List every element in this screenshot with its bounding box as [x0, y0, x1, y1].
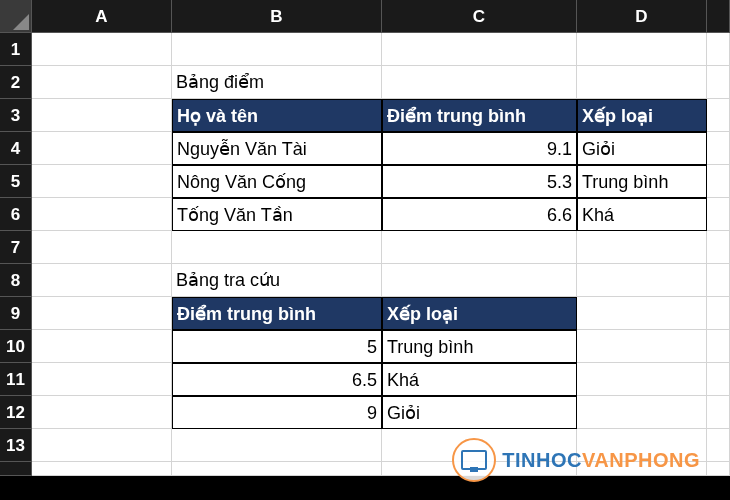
cell-D14[interactable] [577, 462, 707, 476]
row-header-5[interactable]: 5 [0, 165, 32, 198]
cell-E7[interactable] [707, 231, 730, 264]
row-header-2[interactable]: 2 [0, 66, 32, 99]
row-header-9[interactable]: 9 [0, 297, 32, 330]
cell-E14[interactable] [707, 462, 730, 476]
cell-A3[interactable] [32, 99, 172, 132]
row-header-1[interactable]: 1 [0, 33, 32, 66]
cell-A9[interactable] [32, 297, 172, 330]
cell-B12[interactable]: 9 [172, 396, 382, 429]
cell-E13[interactable] [707, 429, 730, 462]
row-header-3[interactable]: 3 [0, 99, 32, 132]
row-header-6[interactable]: 6 [0, 198, 32, 231]
row-header-7[interactable]: 7 [0, 231, 32, 264]
cell-D8[interactable] [577, 264, 707, 297]
spreadsheet-grid[interactable]: A B C D 1 2 Bảng điểm 3 Họ và tên Điểm t… [0, 0, 730, 495]
cell-A6[interactable] [32, 198, 172, 231]
col-header-E[interactable] [707, 0, 730, 33]
row-header-10[interactable]: 10 [0, 330, 32, 363]
row-header-13[interactable]: 13 [0, 429, 32, 462]
cell-E9[interactable] [707, 297, 730, 330]
cell-B11[interactable]: 6.5 [172, 363, 382, 396]
col-header-C[interactable]: C [382, 0, 577, 33]
cell-A7[interactable] [32, 231, 172, 264]
cell-C7[interactable] [382, 231, 577, 264]
cell-A14[interactable] [32, 462, 172, 476]
col-header-D[interactable]: D [577, 0, 707, 33]
cell-A5[interactable] [32, 165, 172, 198]
cell-D3[interactable]: Xếp loại [577, 99, 707, 132]
cell-B9[interactable]: Điểm trung bình [172, 297, 382, 330]
cell-E6[interactable] [707, 198, 730, 231]
cell-A2[interactable] [32, 66, 172, 99]
select-all-corner[interactable] [0, 0, 32, 33]
cell-C2[interactable] [382, 66, 577, 99]
row-header-4[interactable]: 4 [0, 132, 32, 165]
cell-B14[interactable] [172, 462, 382, 476]
cell-A8[interactable] [32, 264, 172, 297]
row-header-11[interactable]: 11 [0, 363, 32, 396]
cell-D5[interactable]: Trung bình [577, 165, 707, 198]
cell-A10[interactable] [32, 330, 172, 363]
col-header-A[interactable]: A [32, 0, 172, 33]
cell-E5[interactable] [707, 165, 730, 198]
cell-E10[interactable] [707, 330, 730, 363]
cell-E12[interactable] [707, 396, 730, 429]
cell-E3[interactable] [707, 99, 730, 132]
cell-B8[interactable]: Bảng tra cứu [172, 264, 382, 297]
cell-D6[interactable]: Khá [577, 198, 707, 231]
cell-E1[interactable] [707, 33, 730, 66]
row-header-8[interactable]: 8 [0, 264, 32, 297]
cell-D9[interactable] [577, 297, 707, 330]
cell-D2[interactable] [577, 66, 707, 99]
cell-B1[interactable] [172, 33, 382, 66]
cell-C13[interactable] [382, 429, 577, 462]
cell-B6[interactable]: Tống Văn Tần [172, 198, 382, 231]
cell-D11[interactable] [577, 363, 707, 396]
cell-B3[interactable]: Họ và tên [172, 99, 382, 132]
cell-B2[interactable]: Bảng điểm [172, 66, 382, 99]
cell-C1[interactable] [382, 33, 577, 66]
cell-C9[interactable]: Xếp loại [382, 297, 577, 330]
cell-A13[interactable] [32, 429, 172, 462]
cell-A11[interactable] [32, 363, 172, 396]
cell-C8[interactable] [382, 264, 577, 297]
cell-E4[interactable] [707, 132, 730, 165]
cell-A12[interactable] [32, 396, 172, 429]
cell-C11[interactable]: Khá [382, 363, 577, 396]
cell-D10[interactable] [577, 330, 707, 363]
cell-B4[interactable]: Nguyễn Văn Tài [172, 132, 382, 165]
cell-A1[interactable] [32, 33, 172, 66]
row-header-14[interactable] [0, 462, 32, 476]
cell-D4[interactable]: Giỏi [577, 132, 707, 165]
cell-A4[interactable] [32, 132, 172, 165]
cell-C6[interactable]: 6.6 [382, 198, 577, 231]
cell-C14[interactable] [382, 462, 577, 476]
cell-D13[interactable] [577, 429, 707, 462]
cell-E8[interactable] [707, 264, 730, 297]
cell-C4[interactable]: 9.1 [382, 132, 577, 165]
cell-D12[interactable] [577, 396, 707, 429]
row-header-12[interactable]: 12 [0, 396, 32, 429]
cell-C10[interactable]: Trung bình [382, 330, 577, 363]
cell-E11[interactable] [707, 363, 730, 396]
col-header-B[interactable]: B [172, 0, 382, 33]
cell-E2[interactable] [707, 66, 730, 99]
cell-B13[interactable] [172, 429, 382, 462]
cell-D1[interactable] [577, 33, 707, 66]
cell-C12[interactable]: Giỏi [382, 396, 577, 429]
cell-B7[interactable] [172, 231, 382, 264]
cell-D7[interactable] [577, 231, 707, 264]
cell-C5[interactable]: 5.3 [382, 165, 577, 198]
cell-B5[interactable]: Nông Văn Cống [172, 165, 382, 198]
cell-B10[interactable]: 5 [172, 330, 382, 363]
cell-C3[interactable]: Điểm trung bình [382, 99, 577, 132]
